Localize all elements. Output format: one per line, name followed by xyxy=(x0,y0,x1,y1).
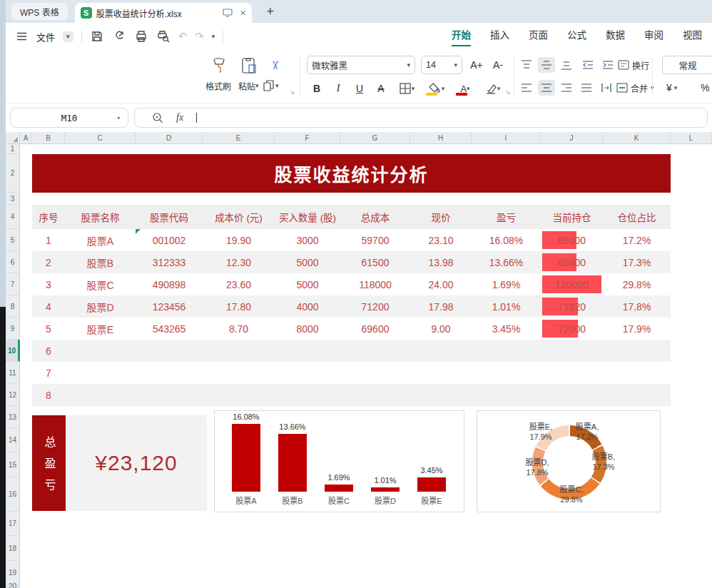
row-header-2[interactable]: 2 xyxy=(6,154,20,193)
column-header-C[interactable]: C xyxy=(65,132,136,144)
table-header-cell[interactable]: 成本价 (元) xyxy=(203,205,275,229)
table-header-cell[interactable]: 现价 xyxy=(410,205,472,229)
column-header-H[interactable]: H xyxy=(410,132,472,144)
save-icon[interactable] xyxy=(90,29,104,44)
name-box-chevron-icon[interactable]: ▾ xyxy=(117,114,121,121)
cell-D5[interactable]: 001002 xyxy=(136,229,203,251)
fill-color-button[interactable]: ▾ xyxy=(424,80,449,97)
cell-I5[interactable]: 16.08% xyxy=(472,229,541,251)
currency-chevron-icon[interactable]: ▾ xyxy=(674,84,678,91)
cell-C5[interactable]: 股票A xyxy=(65,229,136,251)
screen-share-icon[interactable] xyxy=(223,9,233,17)
strikethrough-button[interactable]: A xyxy=(372,80,390,97)
cell-K6[interactable]: 17.3% xyxy=(603,251,671,273)
merge-cells-button[interactable]: 合并 ▾ xyxy=(616,80,654,96)
row-header-13[interactable]: 13 xyxy=(6,406,20,428)
cell-G6[interactable]: 61500 xyxy=(340,251,410,273)
cell-F8[interactable]: 4000 xyxy=(275,295,340,318)
menu-tab-开始[interactable]: 开始 xyxy=(452,27,471,46)
cell-C7[interactable]: 股票C xyxy=(65,273,136,295)
column-header-J[interactable]: J xyxy=(541,132,603,144)
bold-button[interactable]: B xyxy=(308,80,325,97)
number-format-combo[interactable]: 常规 xyxy=(662,56,712,74)
formula-input[interactable]: fx xyxy=(134,108,708,128)
row-header-18[interactable]: 18 xyxy=(6,536,20,561)
document-tab[interactable]: S 股票收益统计分析.xlsx × xyxy=(75,3,252,23)
print-preview-icon[interactable] xyxy=(156,29,171,44)
underline-button[interactable]: U xyxy=(351,80,368,97)
column-header-K[interactable]: K xyxy=(603,132,671,144)
menu-tab-插入[interactable]: 插入 xyxy=(490,27,509,46)
wrap-text-button[interactable]: 换行 xyxy=(618,57,649,73)
cell-D9[interactable]: 543265 xyxy=(136,318,203,340)
app-menu-button[interactable]: WPS 表格 xyxy=(11,3,68,20)
cell-H8[interactable]: 17.98 xyxy=(410,295,472,318)
row-header-5[interactable]: 5 xyxy=(6,229,20,251)
cell-C6[interactable]: 股票B xyxy=(65,251,136,273)
column-header-G[interactable]: G xyxy=(340,132,410,144)
hamburger-icon[interactable] xyxy=(14,29,29,44)
menu-tab-页面[interactable]: 页面 xyxy=(529,27,548,46)
cell-J6[interactable]: 69900 xyxy=(541,251,603,273)
increase-indent-icon[interactable] xyxy=(599,57,616,73)
cell-E6[interactable]: 12.30 xyxy=(203,251,275,273)
column-header-A[interactable]: A xyxy=(20,132,32,144)
menu-tab-公式[interactable]: 公式 xyxy=(567,27,586,46)
format-painter-button[interactable]: 格式刷 xyxy=(200,78,237,93)
table-header-cell[interactable]: 股票代码 xyxy=(136,205,203,229)
cell-G7[interactable]: 118000 xyxy=(340,273,410,295)
table-header-cell[interactable]: 总成本 xyxy=(340,205,410,229)
row-header-20[interactable]: 20 xyxy=(6,585,20,588)
font-color-chevron-icon[interactable]: ▾ xyxy=(467,85,470,92)
export-pdf-icon[interactable] xyxy=(112,29,126,44)
percent-format-button[interactable]: % xyxy=(701,80,709,96)
row-header-19[interactable]: 19 xyxy=(6,561,20,585)
cell-C8[interactable]: 股票D xyxy=(65,295,136,318)
clear-format-button[interactable]: ▾ xyxy=(479,80,505,97)
table-header-cell[interactable]: 盈亏 xyxy=(472,205,541,229)
cell-C9[interactable]: 股票E xyxy=(65,318,136,340)
menu-tab-视图[interactable]: 视图 xyxy=(683,27,702,46)
copy-button[interactable]: ▾ xyxy=(263,78,279,93)
align-bottom-icon[interactable] xyxy=(558,57,575,73)
file-menu-chevron-icon[interactable]: ▾ xyxy=(63,31,73,42)
cell-E5[interactable]: 19.90 xyxy=(203,229,275,251)
cell-H7[interactable]: 24.00 xyxy=(410,273,472,295)
cell-B8[interactable]: 4 xyxy=(32,295,65,318)
column-header-E[interactable]: E xyxy=(203,132,275,144)
total-label-cell[interactable]: 总盈亏 xyxy=(32,415,66,511)
table-header-cell[interactable]: 序号 xyxy=(32,205,65,229)
sheet-title-banner[interactable]: 股票收益统计分析 xyxy=(32,154,671,193)
column-header-L[interactable]: L xyxy=(671,132,712,144)
table-header-cell[interactable]: 买入数量 (股) xyxy=(275,205,340,229)
align-center-icon[interactable] xyxy=(538,80,555,96)
close-tab-icon[interactable]: × xyxy=(240,8,245,18)
name-box[interactable]: M10 ▾ xyxy=(10,108,128,128)
row-header-14[interactable]: 14 xyxy=(6,428,20,452)
row-header-15[interactable]: 15 xyxy=(6,452,20,477)
align-left-icon[interactable] xyxy=(518,80,535,96)
font-name-combo[interactable]: 微软雅黑▾ xyxy=(307,56,415,74)
currency-format-button[interactable]: ¥▾ xyxy=(666,80,677,96)
cell-B10[interactable]: 6 xyxy=(32,340,65,362)
print-icon[interactable] xyxy=(134,29,148,44)
menu-tab-数据[interactable]: 数据 xyxy=(606,27,625,46)
cell-B6[interactable]: 2 xyxy=(32,251,65,273)
decrease-indent-icon[interactable] xyxy=(579,57,596,73)
cell-H9[interactable]: 9.00 xyxy=(410,318,472,340)
borders-chevron-icon[interactable]: ▾ xyxy=(412,85,415,92)
italic-button[interactable]: I xyxy=(330,80,347,97)
clear-format-chevron-icon[interactable]: ▾ xyxy=(497,85,501,92)
select-all-corner[interactable] xyxy=(6,132,20,144)
row-header-3[interactable]: 3 xyxy=(6,193,20,205)
borders-button[interactable]: ▾ xyxy=(394,80,419,97)
font-dialog-launcher-icon[interactable]: ↘ xyxy=(505,88,511,96)
cell-I9[interactable]: 3.45% xyxy=(472,318,541,340)
row-header-16[interactable]: 16 xyxy=(6,477,20,512)
cell-I8[interactable]: 1.01% xyxy=(472,295,541,318)
cell-E7[interactable]: 23.60 xyxy=(203,273,275,295)
cell-F9[interactable]: 8000 xyxy=(275,318,340,340)
table-header-cell[interactable]: 仓位占比 xyxy=(603,205,671,229)
fill-color-chevron-icon[interactable]: ▾ xyxy=(442,85,445,92)
row-header-8[interactable]: 8 xyxy=(6,295,20,318)
